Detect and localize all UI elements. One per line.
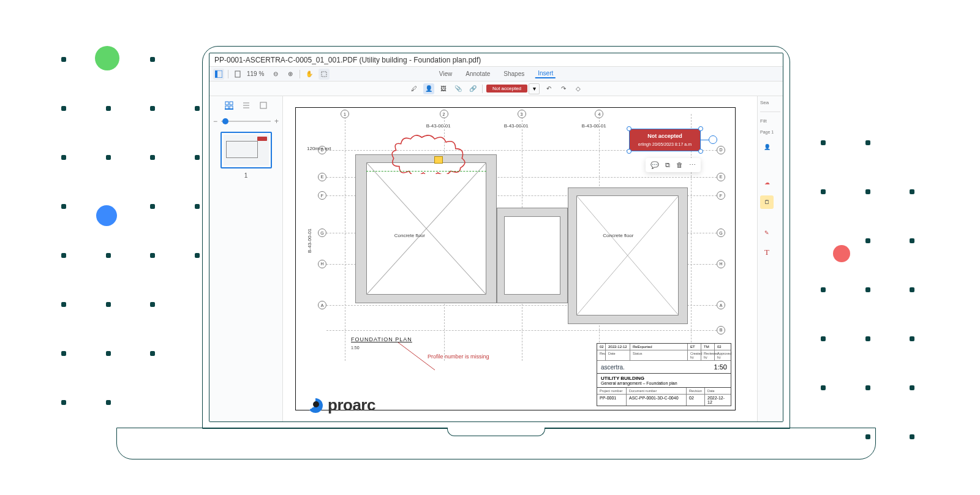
- dim-label-3: B-43-00-01: [582, 123, 606, 129]
- delete-action-icon[interactable]: 🗑: [676, 161, 683, 169]
- dashed-line: [366, 171, 486, 172]
- floor-label-1: Concrete floor: [394, 233, 425, 238]
- zoom-value[interactable]: 119 %: [247, 70, 266, 77]
- page-number: 1: [244, 172, 248, 179]
- note-tool-icon[interactable]: 🗒: [760, 195, 774, 209]
- drawing-title-block: 02 2022-12-12 ReExported ET TM 02 Rev Da…: [597, 343, 731, 406]
- grid-col-4: 4: [595, 110, 603, 118]
- titleblock-title1: UTILITY BUILDING: [601, 376, 727, 381]
- copy-action-icon[interactable]: ⧉: [665, 161, 670, 169]
- pan-tool-button[interactable]: ✋: [304, 69, 315, 80]
- selection-context-toolbar: 💬 ⧉ 🗑 ⋯: [646, 158, 701, 172]
- tab-view[interactable]: View: [437, 70, 455, 77]
- tab-annotate[interactable]: Annotate: [463, 70, 492, 77]
- grid-row-g-r: G: [717, 229, 725, 237]
- annotations-tab[interactable]: [259, 101, 268, 110]
- titleblock-brand: ascertra.: [601, 364, 625, 371]
- stamp-subtitle: erlingh 20/05/2023 8:17 a.m: [638, 142, 692, 147]
- grid-row-a-r: A: [717, 301, 725, 309]
- search-label[interactable]: Sea: [760, 100, 769, 105]
- grid-col-3: 3: [518, 110, 526, 118]
- undo-button[interactable]: ↶: [543, 83, 554, 94]
- stamp-current-label[interactable]: Not accepted: [486, 85, 527, 93]
- page-indicator: Page 1: [760, 130, 774, 134]
- grid-row-h: H: [318, 260, 326, 268]
- floor-label-2: Concrete floor: [603, 233, 633, 238]
- cloud-tool-icon[interactable]: ☁: [760, 176, 774, 189]
- plan-scale: 1:50: [351, 346, 360, 350]
- proarc-logo: proarc: [308, 396, 375, 415]
- rotate-handle[interactable]: ↻: [709, 135, 717, 144]
- decor-circle-green: [95, 46, 119, 70]
- side-note-1: 120mm ext: [307, 146, 331, 151]
- stamp-title: Not accepted: [638, 133, 692, 140]
- zoom-out-button[interactable]: ⊖: [270, 69, 281, 80]
- stamp-selector[interactable]: Not accepted ▾: [486, 83, 540, 94]
- page-thumbnail-1[interactable]: [221, 132, 272, 168]
- titleblock-title2: General arrangement – Foundation plan: [601, 381, 727, 385]
- stamp-tool-icon[interactable]: 🖊: [409, 83, 420, 94]
- side-note-2: B-43-00-01: [307, 229, 312, 253]
- laptop-base: [116, 428, 876, 459]
- thumbnail-size-slider[interactable]: − +: [213, 117, 279, 126]
- placed-stamp[interactable]: ↻ Not accepted erlingh 20/05/2023 8:17 a…: [629, 129, 701, 151]
- user-stamp-icon[interactable]: 👤: [423, 83, 434, 94]
- red-annotation-text: Profile number is missing: [428, 353, 489, 360]
- svg-rect-4: [225, 102, 228, 105]
- laptop-notch: [447, 428, 545, 436]
- thumbnail-panel: − + 1: [209, 96, 283, 421]
- grid-row-b-r: B: [717, 326, 725, 334]
- dim-label-1: B-43-00-01: [426, 123, 451, 129]
- dim-label-2: B-43-00-01: [504, 123, 529, 129]
- pencil-tool-icon[interactable]: ✎: [760, 226, 774, 240]
- filter-label[interactable]: Filt: [760, 118, 767, 124]
- grid-col-1: 1: [341, 110, 349, 118]
- user-icon[interactable]: 👤: [760, 140, 774, 154]
- grid-row-e-r: E: [717, 173, 725, 181]
- laptop-frame: PP-0001-ASCERTRA-C-0005_01_001.PDF (Util…: [202, 46, 790, 429]
- mode-tabs: View Annotate Shapes Insert: [437, 67, 556, 81]
- grid-row-d-r: D: [717, 146, 725, 154]
- redo-button[interactable]: ↷: [558, 83, 569, 94]
- screen: PP-0001-ASCERTRA-C-0005_01_001.PDF (Util…: [209, 53, 783, 422]
- grid-row-e: E: [318, 173, 326, 181]
- tab-insert[interactable]: Insert: [535, 70, 556, 78]
- zoom-in-button[interactable]: ⊕: [285, 69, 296, 80]
- thumbnail-tab[interactable]: [225, 101, 233, 110]
- chevron-down-icon[interactable]: ▾: [529, 83, 540, 94]
- right-sidebar: Sea Filt Page 1 👤 ☁ 🗒 ✎ T: [757, 96, 783, 421]
- comment-action-icon[interactable]: 💬: [650, 161, 659, 169]
- drawing-canvas[interactable]: 1 2 3 4 D E: [283, 96, 757, 421]
- page-icon[interactable]: [232, 69, 243, 80]
- grid-row-f: F: [318, 191, 326, 200]
- text-tool-icon[interactable]: T: [760, 246, 774, 259]
- toolbar-main: 119 % ⊖ ⊕ ✋ View Annotate Shapes Insert: [209, 67, 783, 81]
- grid-row-h-r: H: [717, 260, 725, 268]
- decor-circle-red: [833, 245, 850, 262]
- svg-rect-7: [230, 106, 233, 109]
- svg-rect-6: [225, 106, 228, 109]
- svg-rect-5: [230, 102, 233, 105]
- link-icon[interactable]: 🔗: [467, 83, 478, 94]
- eraser-icon[interactable]: ◇: [573, 83, 584, 94]
- svg-rect-2: [235, 71, 240, 77]
- sticky-note-icon[interactable]: [434, 156, 443, 164]
- more-action-icon[interactable]: ⋯: [689, 161, 696, 169]
- svg-rect-3: [322, 72, 326, 77]
- image-insert-icon[interactable]: 🖼: [438, 83, 449, 94]
- cloud-annotation[interactable]: [380, 134, 480, 175]
- titleblock-scale: 1:50: [714, 363, 727, 371]
- decor-circle-blue: [96, 205, 117, 226]
- plan-title: FOUNDATION PLAN: [351, 336, 412, 342]
- grid-row-g: G: [318, 229, 326, 237]
- toggle-sidebar-button[interactable]: [213, 69, 224, 80]
- window-title: PP-0001-ASCERTRA-C-0005_01_001.PDF (Util…: [209, 53, 783, 67]
- tab-shapes[interactable]: Shapes: [501, 70, 527, 77]
- grid-row-f-r: F: [717, 191, 725, 200]
- grid-row-a: A: [318, 301, 326, 309]
- select-tool-button[interactable]: [318, 69, 330, 80]
- outline-tab[interactable]: [242, 101, 251, 110]
- attachment-icon[interactable]: 📎: [453, 83, 464, 94]
- grid-col-2: 2: [440, 110, 448, 118]
- proarc-logo-mark: [308, 398, 323, 413]
